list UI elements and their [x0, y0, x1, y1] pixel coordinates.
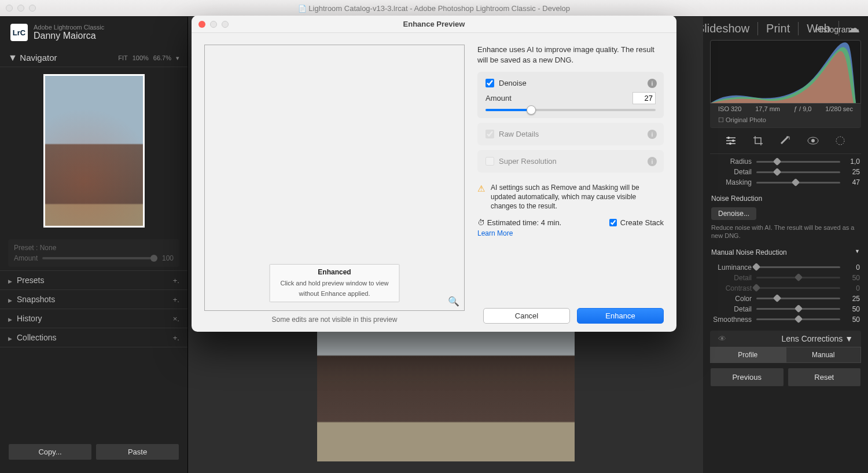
- original-photo-toggle[interactable]: Original Photo: [710, 114, 861, 128]
- preset-amount-label: Amount: [14, 254, 38, 262]
- denoise-card: i Denoise Amount: [477, 72, 664, 118]
- previous-button[interactable]: Previous: [710, 368, 784, 387]
- svg-point-1: [732, 140, 734, 142]
- svg-point-4: [811, 139, 815, 142]
- create-stack-checkbox[interactable]: Create Stack: [609, 218, 664, 227]
- identity-plate: LrC Adobe Lightroom Classic Danny Maiorc…: [0, 21, 187, 43]
- manual-nr-title: Manual Noise Reduction: [711, 248, 787, 256]
- app-name: Adobe Lightroom Classic: [34, 24, 104, 31]
- zoom-667[interactable]: 66.7%: [153, 54, 171, 62]
- window-title: Lightroom Catalog-v13-3.lrcat - Adobe Ph…: [0, 4, 868, 13]
- enhance-preview-dialog: Enhance Preview Enhanced Click and hold …: [192, 16, 676, 332]
- radius-slider[interactable]: [756, 161, 840, 163]
- dialog-traffic-lights[interactable]: [198, 21, 229, 28]
- navigator-header[interactable]: ▼ Navigator FIT 100% 66.7% ▾: [0, 49, 187, 67]
- info-icon[interactable]: i: [648, 79, 657, 88]
- window-titlebar: Lightroom Catalog-v13-3.lrcat - Adobe Ph…: [0, 0, 868, 16]
- preview-tooltip: Enhanced Click and hold preview window t…: [270, 264, 400, 302]
- preset-amount-value: 100: [162, 254, 174, 262]
- tab-manual[interactable]: Manual: [786, 347, 862, 363]
- info-icon[interactable]: i: [648, 130, 657, 139]
- super-resolution-checkbox: Super Resolution: [486, 157, 656, 166]
- presets-section[interactable]: Presets+.: [0, 271, 187, 290]
- navigator-thumbnail[interactable]: [43, 74, 145, 228]
- sharpen-sliders: Radius1,0 Detail25 Masking47: [703, 154, 868, 190]
- detail-slider[interactable]: [756, 277, 840, 278]
- contrast-slider[interactable]: [756, 287, 840, 289]
- amount-slider[interactable]: [486, 109, 656, 111]
- collections-add-icon[interactable]: +.: [173, 333, 179, 342]
- masking-slider[interactable]: [756, 182, 840, 184]
- heal-icon[interactable]: [777, 134, 793, 148]
- preset-picker: Preset : None Amount 100: [8, 239, 179, 267]
- learn-more-link[interactable]: Learn More: [477, 229, 664, 237]
- detail-slider[interactable]: [756, 171, 840, 173]
- preset-amount-slider[interactable]: [42, 257, 157, 259]
- amount-field[interactable]: [632, 92, 656, 104]
- disclosure-triangle-icon[interactable]: ▼: [855, 248, 860, 256]
- histogram-chart[interactable]: [710, 40, 861, 104]
- nr-title: Noise Reduction: [703, 190, 868, 205]
- right-panel: Histogram ▼ ISO 32017,7 mmƒ / 9,01/280 s…: [703, 17, 868, 473]
- reset-button[interactable]: Reset: [788, 368, 862, 387]
- copy-button[interactable]: Copy...: [8, 443, 92, 460]
- enhance-button[interactable]: Enhance: [577, 308, 664, 324]
- luminance-slider[interactable]: [756, 266, 840, 268]
- svg-point-0: [727, 137, 730, 139]
- preview-caption: Some edits are not visible in this previ…: [204, 311, 465, 324]
- snapshots-add-icon[interactable]: +.: [173, 295, 179, 304]
- enhance-description: Enhance uses AI to improve image quality…: [477, 45, 664, 65]
- smoothness-slider[interactable]: [756, 318, 840, 320]
- warning-icon: ⚠: [477, 183, 485, 211]
- ai-warning: ⚠ AI settings such as Remove and Masking…: [477, 183, 664, 211]
- raw-details-checkbox: Raw Details: [486, 130, 656, 138]
- zoom-dropdown-icon[interactable]: ▾: [176, 54, 179, 62]
- denoise-button[interactable]: Denoise...: [711, 207, 756, 220]
- crop-icon[interactable]: [750, 134, 766, 148]
- preset-label[interactable]: Preset : None: [14, 244, 174, 252]
- redeye-icon[interactable]: [805, 134, 821, 148]
- raw-details-card: i Raw Details: [477, 123, 664, 145]
- mask-icon[interactable]: [832, 134, 848, 148]
- dialog-title: Enhance Preview: [403, 20, 465, 28]
- svg-point-2: [729, 142, 731, 145]
- super-resolution-card: i Super Resolution: [477, 150, 664, 173]
- tab-web[interactable]: Web: [798, 22, 830, 35]
- cloud-icon[interactable]: ☁: [838, 21, 860, 36]
- main-photo[interactable]: [317, 328, 575, 461]
- presets-add-icon[interactable]: +.: [173, 276, 179, 285]
- zoom-100[interactable]: 100%: [133, 54, 149, 62]
- estimated-time: ⏱ Estimated time: 4 min.: [477, 218, 561, 227]
- cancel-button[interactable]: Cancel: [483, 308, 570, 324]
- history-clear-icon[interactable]: ×.: [173, 314, 179, 323]
- zoom-fit[interactable]: FIT: [118, 54, 128, 62]
- left-panel: LrC Adobe Lightroom Classic Danny Maiorc…: [0, 17, 188, 473]
- edit-sliders-icon[interactable]: [723, 134, 739, 148]
- collections-section[interactable]: Collections+.: [0, 328, 187, 347]
- user-name: Danny Maiorca: [34, 31, 96, 41]
- lrc-logo-icon: LrC: [10, 24, 28, 41]
- paste-button[interactable]: Paste: [95, 443, 179, 460]
- svg-point-5: [836, 137, 844, 145]
- color-slider[interactable]: [756, 298, 840, 299]
- tab-profile[interactable]: Profile: [710, 347, 786, 363]
- amount-label: Amount: [486, 94, 512, 102]
- disclosure-triangle-icon[interactable]: ▼: [8, 53, 17, 63]
- history-section[interactable]: History×.: [0, 309, 187, 328]
- denoise-checkbox[interactable]: Denoise: [486, 79, 656, 87]
- tab-print[interactable]: Print: [757, 22, 790, 35]
- exif-bar: ISO 32017,7 mmƒ / 9,01/280 sec: [710, 104, 861, 114]
- lens-corrections-header[interactable]: Lens Corrections: [781, 334, 843, 343]
- detail-slider[interactable]: [756, 308, 840, 310]
- nr-helptext: Reduce noise with AI. The result will be…: [703, 222, 868, 245]
- enhance-preview-image[interactable]: Enhanced Click and hold preview window t…: [204, 45, 465, 311]
- info-icon[interactable]: i: [648, 157, 657, 166]
- snapshots-section[interactable]: Snapshots+.: [0, 290, 187, 309]
